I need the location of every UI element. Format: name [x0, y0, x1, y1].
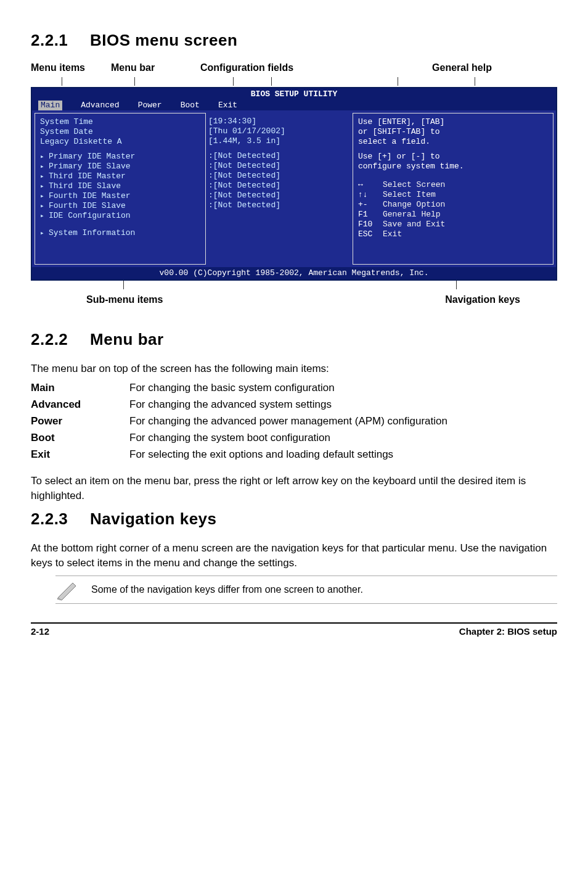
heading-221: 2.2.1 BIOS menu screen: [31, 31, 557, 50]
menu-desc: For changing the advanced system setting…: [129, 398, 557, 412]
menu-item[interactable]: Legacy Diskette A: [40, 137, 200, 147]
heading-223-num: 2.2.3: [31, 510, 68, 528]
submenu-item[interactable]: Primary IDE Slave: [49, 162, 200, 171]
config-value: :[Not Detected]: [208, 181, 350, 191]
table-row: Boot For changing the system boot config…: [31, 431, 557, 445]
nav-label: Select Item: [383, 190, 436, 199]
nav-label: Exit: [383, 229, 402, 239]
help-text: select a field.: [358, 137, 548, 147]
menu-desc: For selecting the exit options and loadi…: [129, 448, 557, 462]
submenu-item[interactable]: Third IDE Slave: [49, 181, 200, 191]
submenu-item[interactable]: IDE Configuration: [49, 211, 200, 221]
callouts-top: Menu items Menu bar Configuration fields…: [31, 62, 557, 73]
nav-key: F10: [358, 220, 383, 229]
config-value: :[Not Detected]: [208, 200, 350, 210]
bios-body: System Time System Date Legacy Diskette …: [32, 110, 556, 267]
config-value: :[Not Detected]: [208, 151, 350, 161]
menu-label: Advanced: [31, 398, 129, 412]
config-value[interactable]: [Thu 01/17/2002]: [208, 126, 350, 136]
callout-config-fields: Configuration fields: [200, 62, 367, 73]
tab-boot[interactable]: Boot: [181, 101, 200, 110]
callout-navkeys: Navigation keys: [445, 294, 520, 305]
help-text: or [SHIFT-TAB] to: [358, 127, 548, 137]
table-row: Advanced For changing the advanced syste…: [31, 398, 557, 412]
help-text: configure system time.: [358, 162, 548, 171]
bios-right-pane: Use [ENTER], [TAB] or [SHIFT-TAB] to sel…: [353, 113, 553, 265]
table-row: Exit For selecting the exit options and …: [31, 448, 557, 462]
submenu-item[interactable]: Primary IDE Master: [49, 152, 200, 162]
bios-diagram: Menu items Menu bar Configuration fields…: [31, 62, 557, 305]
bios-menubar: Main Advanced Power Boot Exit: [32, 101, 556, 110]
callout-submenu: Sub-menu items: [86, 294, 163, 305]
menu-item[interactable]: System Time: [40, 117, 200, 127]
menu-label: Main: [31, 381, 129, 395]
menu-label: Boot: [31, 431, 129, 445]
config-value[interactable]: [1.44M, 3.5 in]: [208, 136, 350, 146]
tab-main[interactable]: Main: [38, 101, 62, 110]
nav-key: ↑↓: [358, 190, 383, 200]
menu-desc: For changing the advanced power manageme…: [129, 415, 557, 429]
bios-mid-pane: [19:34:30] [Thu 01/17/2002] [1.44M, 3.5 …: [208, 113, 350, 265]
submenu-item[interactable]: Fourth IDE Master: [49, 191, 200, 201]
note-text: Some of the navigation keys differ from …: [91, 584, 363, 595]
bios-box: BIOS SETUP UTILITY Main Advanced Power B…: [31, 87, 557, 281]
nav-label: General Help: [383, 210, 441, 219]
callout-menu-bar: Menu bar: [111, 62, 200, 73]
menubar-intro: The menu bar on top of the screen has th…: [31, 361, 557, 376]
tab-exit[interactable]: Exit: [218, 101, 237, 110]
nav-key: ↔: [358, 180, 383, 190]
tick-row-top: [31, 77, 557, 87]
navkeys-text: At the bottom right corner of a menu scr…: [31, 541, 557, 571]
config-value: :[Not Detected]: [208, 191, 350, 200]
bios-header: BIOS SETUP UTILITY: [32, 88, 556, 101]
menu-label: Exit: [31, 448, 129, 462]
menu-label: Power: [31, 415, 129, 429]
bios-left-pane: System Time System Date Legacy Diskette …: [35, 113, 206, 265]
tab-advanced[interactable]: Advanced: [81, 101, 119, 110]
table-row: Power For changing the advanced power ma…: [31, 415, 557, 429]
chapter-label: Chapter 2: BIOS setup: [459, 626, 557, 637]
nav-label: Save and Exit: [383, 220, 445, 229]
menu-table: Main For changing the basic system confi…: [31, 381, 557, 462]
menu-desc: For changing the basic system configurat…: [129, 381, 557, 395]
heading-223-title: Navigation keys: [90, 510, 216, 528]
help-text: Use [ENTER], [TAB]: [358, 117, 548, 127]
config-value[interactable]: [19:34:30]: [208, 117, 350, 126]
menu-desc: For changing the system boot configurati…: [129, 431, 557, 445]
tick-row-bottom: [31, 281, 557, 291]
help-text: Use [+] or [-] to: [358, 152, 548, 162]
nav-label: Select Screen: [383, 180, 445, 189]
heading-222: 2.2.2 Menu bar: [31, 330, 557, 349]
callouts-bottom: Sub-menu items Navigation keys: [31, 294, 557, 305]
heading-222-num: 2.2.2: [31, 330, 68, 349]
heading-221-num: 2.2.1: [31, 31, 68, 49]
submenu-item[interactable]: Third IDE Master: [49, 171, 200, 181]
nav-key: F1: [358, 210, 383, 220]
submenu-item[interactable]: System Information: [49, 228, 200, 238]
page-number: 2-12: [31, 626, 49, 637]
config-value: :[Not Detected]: [208, 171, 350, 181]
callout-general-help: General help: [367, 62, 557, 73]
menubar-note: To select an item on the menu bar, press…: [31, 474, 557, 503]
heading-222-title: Menu bar: [90, 330, 164, 349]
heading-221-title: BIOS menu screen: [90, 31, 237, 49]
pencil-icon: [55, 579, 80, 601]
config-value: :[Not Detected]: [208, 161, 350, 171]
menu-item[interactable]: System Date: [40, 127, 200, 137]
page-footer: 2-12 Chapter 2: BIOS setup: [31, 622, 557, 637]
nav-keys-block: ↔Select Screen ↑↓Select Item +-Change Op…: [358, 180, 548, 239]
nav-key: ESC: [358, 229, 383, 239]
nav-label: Change Option: [383, 200, 445, 209]
callout-menu-items: Menu items: [31, 62, 111, 73]
bios-footer: v00.00 (C)Copyright 1985-2002, American …: [32, 267, 556, 279]
tab-power[interactable]: Power: [138, 101, 162, 110]
note-box: Some of the navigation keys differ from …: [55, 576, 557, 604]
table-row: Main For changing the basic system confi…: [31, 381, 557, 395]
heading-223: 2.2.3 Navigation keys: [31, 510, 557, 529]
submenu-item[interactable]: Fourth IDE Slave: [49, 201, 200, 211]
nav-key: +-: [358, 200, 383, 210]
